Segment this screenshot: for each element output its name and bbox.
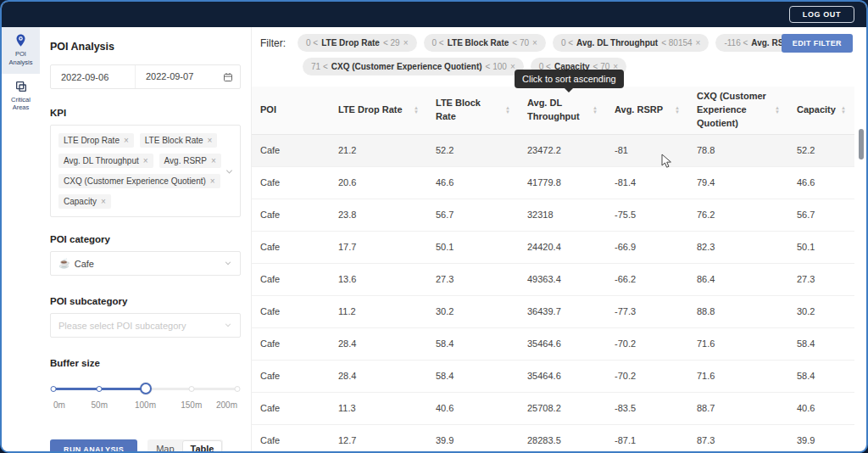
- view-toggle-table[interactable]: Table: [182, 440, 223, 453]
- remove-tag-icon[interactable]: ×: [101, 198, 106, 206]
- sort-icon[interactable]: ▲▼: [593, 106, 598, 115]
- chip-kpi-name: LTE Block Rate: [448, 38, 509, 48]
- remove-filter-icon[interactable]: ×: [532, 39, 537, 48]
- table-row[interactable]: Cafe12.739.928283.5-87.187.339.9: [252, 425, 854, 453]
- table-row[interactable]: Cafe28.458.435464.6-70.271.658.4: [252, 361, 854, 393]
- sidebar-item-critical-areas[interactable]: Critical Areas: [2, 74, 40, 120]
- kpi-tag: Avg. RSRP×: [159, 154, 221, 168]
- table-cell: -81: [606, 145, 688, 155]
- poi-subcategory-select[interactable]: Please select POI subcategory: [50, 313, 241, 338]
- remove-filter-icon[interactable]: ×: [510, 63, 515, 71]
- table-cell: 52.2: [427, 145, 519, 155]
- table-cell: 88.7: [688, 403, 788, 413]
- date-range-picker[interactable]: 2022-09-06 2022-09-07: [50, 64, 241, 89]
- results-area: Filter: 0 <LTE Drop Rate< 29×0 <LTE Bloc…: [252, 27, 854, 451]
- remove-tag-icon[interactable]: ×: [124, 137, 129, 145]
- buffer-size-slider[interactable]: [53, 383, 237, 395]
- slider-mark-dot[interactable]: [97, 386, 103, 392]
- table-cell: 11.3: [330, 403, 427, 413]
- table-column-header[interactable]: Capacity▲▼: [788, 87, 854, 134]
- view-toggle-map[interactable]: Map: [148, 441, 181, 453]
- table-cell: -87.1: [606, 435, 688, 445]
- column-label: Avg. DL Throughput: [527, 97, 589, 124]
- sort-icon[interactable]: ▲▼: [775, 106, 780, 115]
- table-cell: 86.4: [688, 274, 788, 284]
- table-row[interactable]: Cafe13.627.349363.4-66.286.427.3: [252, 264, 854, 296]
- table-cell: 58.4: [788, 338, 854, 349]
- chevron-down-icon: [224, 259, 232, 269]
- remove-tag-icon[interactable]: ×: [143, 157, 148, 165]
- column-label: Avg. RSRP: [615, 103, 663, 117]
- table-row[interactable]: Cafe21.252.223472.2-8178.852.2: [252, 135, 854, 167]
- date-to-field[interactable]: 2022-09-07: [135, 65, 220, 88]
- table-cell: -66.2: [606, 274, 688, 284]
- run-analysis-button[interactable]: RUN ANALYSIS: [50, 439, 137, 453]
- sort-icon[interactable]: ▲▼: [841, 106, 846, 115]
- poi-subcategory-placeholder: Please select POI subcategory: [58, 321, 224, 331]
- filter-chip: 71 <CXQ (Customer Experience Quotient)< …: [303, 58, 524, 76]
- table-column-header[interactable]: POI▲▼: [252, 87, 330, 134]
- poi-category-select[interactable]: ☕ Cafe: [50, 251, 241, 276]
- sidebar-item-poi-analysis[interactable]: POI Analysis: [2, 27, 40, 74]
- panel-actions: RUN ANALYSIS MapTable: [50, 439, 241, 453]
- slider-handle[interactable]: [140, 383, 152, 394]
- sort-icon[interactable]: ▲▼: [414, 106, 419, 115]
- table-cell: 46.6: [788, 177, 854, 187]
- table-column-header[interactable]: LTE Block Rate▲▼: [427, 87, 519, 134]
- table-cell: -77.3: [606, 306, 688, 316]
- kpi-tag-label: Avg. RSRP: [164, 156, 207, 165]
- slider-mark-dot[interactable]: [235, 386, 241, 392]
- page-title: POI Analysis: [50, 41, 241, 53]
- logout-button[interactable]: LOG OUT: [789, 6, 854, 23]
- slider-mark-dot[interactable]: [188, 386, 194, 392]
- table-row[interactable]: Cafe20.646.641779.8-81.479.446.6: [252, 167, 854, 199]
- table-row[interactable]: Cafe23.856.732318-75.576.256.7: [252, 199, 854, 232]
- table-row[interactable]: Cafe17.750.124420.4-66.982.350.1: [252, 232, 854, 264]
- table-column-header[interactable]: Avg. DL Throughput▲▼: [519, 87, 606, 134]
- slider-mark-dot[interactable]: [51, 386, 57, 392]
- table-cell: 35464.6: [519, 371, 606, 381]
- chevron-down-icon[interactable]: [225, 166, 234, 176]
- table-column-header[interactable]: Avg. RSRP▲▼: [606, 87, 688, 134]
- table-cell: 20.6: [330, 177, 427, 187]
- remove-tag-icon[interactable]: ×: [210, 177, 215, 186]
- table-cell: 23472.2: [519, 145, 606, 155]
- sort-icon[interactable]: ▲▼: [505, 106, 510, 115]
- table-cell: 39.9: [788, 435, 854, 445]
- table-cell: 58.4: [427, 338, 519, 349]
- poi-subcategory-label: POI subcategory: [50, 296, 241, 306]
- table-cell: Cafe: [252, 274, 330, 284]
- table-row[interactable]: Cafe28.458.435464.6-70.271.658.4: [252, 328, 854, 361]
- calendar-icon[interactable]: [223, 72, 233, 82]
- column-label: LTE Block Rate: [436, 97, 502, 124]
- table-cell: 56.7: [427, 210, 519, 220]
- app-window: LOG OUT POI Analysis Critical Areas POI …: [0, 0, 868, 453]
- sort-tooltip: Click to sort ascending: [515, 70, 624, 88]
- remove-tag-icon[interactable]: ×: [208, 137, 213, 145]
- kpi-tag: LTE Block Rate×: [140, 133, 218, 148]
- remove-filter-icon[interactable]: ×: [696, 39, 701, 48]
- sidebar-item-label: Critical Areas: [3, 96, 38, 113]
- table-cell: -70.2: [606, 371, 688, 381]
- kpi-tag: Capacity×: [58, 194, 111, 209]
- kpi-tag-label: CXQ (Customer Experience Quotient): [64, 176, 206, 186]
- filter-chip: 0 <LTE Drop Rate< 29×: [298, 34, 417, 52]
- table-row[interactable]: Cafe11.340.625708.2-83.588.740.6: [252, 393, 854, 425]
- chip-min: 0 <: [432, 38, 444, 48]
- table-column-header[interactable]: LTE Drop Rate▲▼: [330, 87, 427, 134]
- sort-icon[interactable]: ▲▼: [675, 106, 680, 115]
- table-cell: 87.3: [688, 435, 788, 445]
- remove-filter-icon[interactable]: ×: [403, 39, 409, 48]
- table-scrollbar-thumb[interactable]: [859, 129, 864, 159]
- kpi-label: KPI: [50, 108, 241, 118]
- table-cell: 58.4: [788, 371, 854, 381]
- edit-filter-button[interactable]: EDIT FILTER: [782, 34, 853, 53]
- poi-category-label: POI category: [50, 234, 241, 244]
- table-row[interactable]: Cafe11.230.236439.7-77.388.830.2: [252, 296, 854, 328]
- table-cell: 28283.5: [519, 435, 606, 445]
- remove-tag-icon[interactable]: ×: [211, 157, 216, 165]
- kpi-multiselect[interactable]: LTE Drop Rate×LTE Block Rate×Avg. DL Thr…: [50, 125, 241, 217]
- date-from-field[interactable]: 2022-09-06: [51, 72, 135, 82]
- slider-mark-label: 150m: [181, 400, 202, 410]
- table-column-header[interactable]: CXQ (Customer Experience Quotient)▲▼: [688, 87, 788, 134]
